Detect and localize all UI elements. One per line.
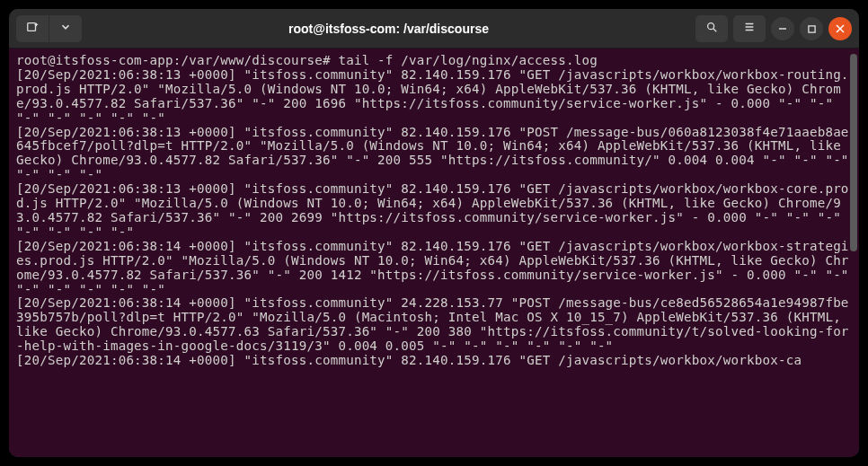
close-button[interactable] (828, 17, 852, 40)
minimize-button[interactable] (771, 17, 794, 40)
scrollbar-thumb[interactable] (850, 54, 857, 251)
svg-line-4 (713, 29, 717, 32)
tab-dropdown-button[interactable] (49, 15, 82, 42)
log-line: [20/Sep/2021:06:38:14 +0000] "itsfoss.co… (16, 353, 802, 367)
minimize-icon (778, 20, 787, 37)
terminal-content: root@itsfoss-com-app:/var/www/discourse#… (16, 54, 852, 368)
svg-rect-0 (28, 23, 36, 31)
shell-prompt: root@itsfoss-com-app:/var/www/discourse# (16, 53, 338, 67)
svg-point-3 (708, 23, 714, 30)
log-line: [20/Sep/2021:06:38:13 +0000] "itsfoss.co… (16, 181, 849, 239)
log-line: [20/Sep/2021:06:38:14 +0000] "itsfoss.co… (16, 295, 849, 353)
shell-command: tail -f /var/log/nginx/access.log (338, 53, 597, 67)
hamburger-icon (743, 21, 756, 36)
menu-button[interactable] (733, 15, 766, 42)
svg-rect-9 (808, 26, 814, 32)
search-icon (705, 21, 718, 36)
titlebar-right-controls (695, 15, 852, 42)
log-line: [20/Sep/2021:06:38:13 +0000] "itsfoss.co… (16, 67, 849, 125)
close-icon (836, 20, 845, 37)
new-tab-button[interactable] (16, 15, 49, 42)
terminal-area[interactable]: root@itsfoss-com-app:/var/www/discourse#… (9, 48, 859, 457)
maximize-button[interactable] (800, 17, 823, 40)
maximize-icon (808, 20, 816, 37)
search-button[interactable] (695, 15, 728, 42)
window-title: root@itsfoss-com: /var/discourse (85, 22, 692, 36)
terminal-window: root@itsfoss-com: /var/discourse (9, 9, 859, 457)
titlebar-left-controls (16, 15, 82, 42)
new-tab-icon (26, 21, 39, 36)
titlebar: root@itsfoss-com: /var/discourse (9, 9, 859, 48)
chevron-down-icon (59, 21, 72, 36)
log-line: [20/Sep/2021:06:38:14 +0000] "itsfoss.co… (16, 239, 856, 296)
log-line: [20/Sep/2021:06:38:13 +0000] "itsfoss.co… (16, 125, 856, 182)
